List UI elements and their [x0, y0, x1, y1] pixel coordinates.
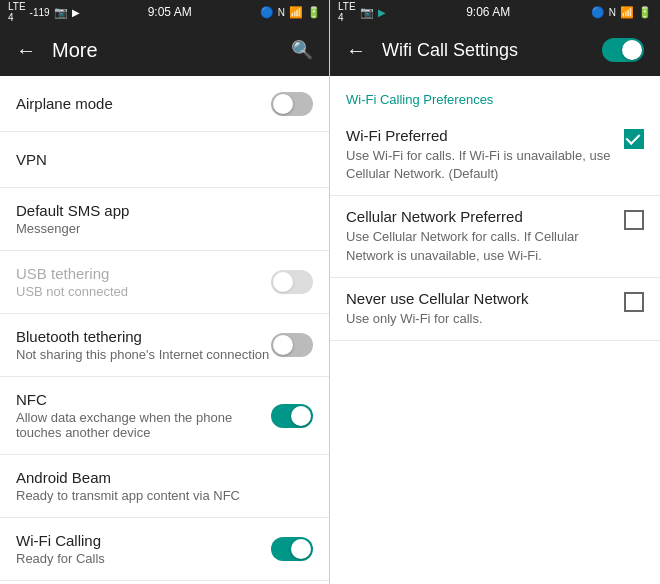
usb-tethering-toggle: [271, 270, 313, 294]
page-title-left: More: [52, 39, 275, 62]
never-cellular-option[interactable]: Never use Cellular Network Use only Wi-F…: [330, 278, 660, 341]
app-icon: ▶: [72, 7, 80, 18]
status-bar-left: LTE4 -119 📷 ▶ 9:05 AM 🔵 N 📶 🔋: [0, 0, 329, 24]
bluetooth-tethering-title: Bluetooth tethering: [16, 328, 271, 345]
cellular-preferred-checkbox[interactable]: [624, 210, 644, 230]
never-cellular-subtitle: Use only Wi-Fi for calls.: [346, 310, 612, 328]
wifi-calling-item[interactable]: Wi-Fi Calling Ready for Calls: [0, 518, 329, 581]
never-cellular-title: Never use Cellular Network: [346, 290, 612, 307]
wifi-content: Wi-Fi Calling Preferences Wi-Fi Preferre…: [330, 76, 660, 584]
nfc-toggle[interactable]: [271, 404, 313, 428]
right-panel: LTE4 📷 ▶ 9:06 AM 🔵 N 📶 🔋 ← Wifi Call Set…: [330, 0, 660, 584]
wifi-calling-title: Wi-Fi Calling: [16, 532, 271, 549]
nfc-title: NFC: [16, 391, 271, 408]
network-icon-right: N: [609, 7, 616, 18]
battery-icon-left: 🔋: [307, 6, 321, 19]
usb-tethering-item: USB tethering USB not connected: [0, 251, 329, 314]
bluetooth-tethering-item[interactable]: Bluetooth tethering Not sharing this pho…: [0, 314, 329, 377]
wifi-preferred-title: Wi-Fi Preferred: [346, 127, 612, 144]
toolbar-right: ← Wifi Call Settings: [330, 24, 660, 76]
bluetooth-tethering-toggle[interactable]: [271, 333, 313, 357]
back-button-left[interactable]: ←: [16, 39, 36, 62]
toolbar-left: ← More 🔍: [0, 24, 329, 76]
status-right-icons-right: 🔵 N 📶 🔋: [591, 6, 652, 19]
android-beam-item[interactable]: Android Beam Ready to transmit app conte…: [0, 455, 329, 518]
vpn-title: VPN: [16, 151, 313, 168]
back-button-right[interactable]: ←: [346, 39, 366, 62]
bluetooth-icon-right: 🔵: [591, 6, 605, 19]
wifi-preferred-subtitle: Use Wi-Fi for calls. If Wi-Fi is unavail…: [346, 147, 612, 183]
status-left-icons-right: LTE4 📷 ▶: [338, 1, 386, 23]
left-panel: LTE4 -119 📷 ▶ 9:05 AM 🔵 N 📶 🔋 ← More 🔍 A…: [0, 0, 330, 584]
time-right: 9:06 AM: [466, 5, 510, 19]
wifi-icon-right: 📶: [620, 6, 634, 19]
notification-icon: 📷: [54, 6, 68, 19]
wifi-preferred-option[interactable]: Wi-Fi Preferred Use Wi-Fi for calls. If …: [330, 115, 660, 196]
bluetooth-tethering-subtitle: Not sharing this phone's Internet connec…: [16, 347, 271, 362]
status-right-icons-left: 🔵 N 📶 🔋: [260, 6, 321, 19]
android-beam-title: Android Beam: [16, 469, 313, 486]
settings-list: Airplane mode VPN Default SMS app Messen…: [0, 76, 329, 584]
airplane-mode-item[interactable]: Airplane mode: [0, 76, 329, 132]
lte-icon: LTE4: [8, 1, 26, 23]
default-sms-subtitle: Messenger: [16, 221, 313, 236]
cellular-preferred-title: Cellular Network Preferred: [346, 208, 612, 225]
lte-icon-right: LTE4: [338, 1, 356, 23]
wifi-calling-toggle[interactable]: [271, 537, 313, 561]
section-title: Wi-Fi Calling Preferences: [330, 76, 660, 115]
time-left: 9:05 AM: [148, 5, 192, 19]
never-cellular-checkbox[interactable]: [624, 292, 644, 312]
cellular-preferred-subtitle: Use Cellular Network for calls. If Cellu…: [346, 228, 612, 264]
network-icon: N: [278, 7, 285, 18]
vpn-item[interactable]: VPN: [0, 132, 329, 188]
page-title-right: Wifi Call Settings: [382, 40, 586, 61]
airplane-mode-toggle[interactable]: [271, 92, 313, 116]
status-left-icons: LTE4 -119 📷 ▶: [8, 1, 80, 23]
wifi-call-master-toggle[interactable]: [602, 38, 644, 62]
nfc-item[interactable]: NFC Allow data exchange when the phone t…: [0, 377, 329, 455]
status-bar-right: LTE4 📷 ▶ 9:06 AM 🔵 N 📶 🔋: [330, 0, 660, 24]
usb-tethering-title: USB tethering: [16, 265, 271, 282]
notification-icon-right: 📷: [360, 6, 374, 19]
signal-strength-left: -119: [30, 7, 50, 18]
default-sms-item[interactable]: Default SMS app Messenger: [0, 188, 329, 251]
android-beam-subtitle: Ready to transmit app content via NFC: [16, 488, 313, 503]
airplane-mode-title: Airplane mode: [16, 95, 271, 112]
default-sms-title: Default SMS app: [16, 202, 313, 219]
cellular-preferred-option[interactable]: Cellular Network Preferred Use Cellular …: [330, 196, 660, 277]
battery-icon-right: 🔋: [638, 6, 652, 19]
wifi-calling-subtitle: Ready for Calls: [16, 551, 271, 566]
wifi-preferred-checkbox[interactable]: [624, 129, 644, 149]
app-icon-right: ▶: [378, 7, 386, 18]
nfc-subtitle: Allow data exchange when the phone touch…: [16, 410, 271, 440]
bluetooth-icon: 🔵: [260, 6, 274, 19]
search-icon-left[interactable]: 🔍: [291, 39, 313, 61]
wifi-icon-left: 📶: [289, 6, 303, 19]
usb-tethering-subtitle: USB not connected: [16, 284, 271, 299]
